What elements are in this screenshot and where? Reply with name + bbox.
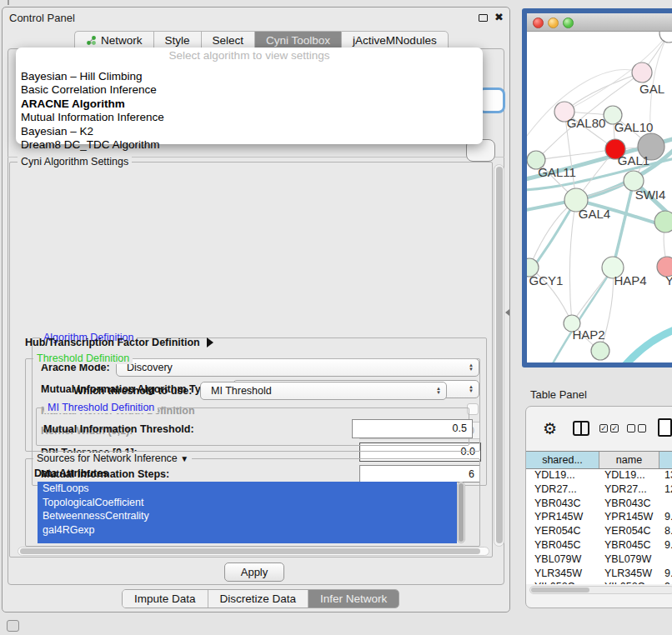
settings-horizontal-thumb[interactable] [20,548,480,554]
table-cell [659,498,672,512]
network-edge[interactable] [569,200,576,323]
which-threshold-combobox[interactable]: MI Threshold ▲▼ [200,382,447,400]
page-icon[interactable] [658,418,672,437]
column-header-partial[interactable] [659,452,672,468]
expander-expanded-icon: ▼ [180,454,188,463]
mi-threshold-group-title: MI Threshold Definition [44,402,158,413]
zoom-traffic-light-icon[interactable] [563,18,574,28]
table-cell [659,553,672,568]
table-cell: YER054C [526,525,599,539]
attributes-scrollbar[interactable] [457,482,465,543]
algorithm-dropdown-prompt: Select algorithm to view settings [16,48,483,62]
network-node-label: GAL [639,82,664,96]
table-cell: 9. [659,539,672,553]
network-node-label: HAP4 [614,273,646,288]
tab-network-label: Network [101,34,143,47]
mi-threshold-field[interactable]: 0.5 [352,419,473,438]
table-cell: YBR043C [599,498,659,512]
table-row[interactable]: YIL052CYIL052C9. [526,581,672,584]
table-row[interactable]: YBL079WYBL079W [526,553,672,568]
algorithm-option[interactable]: Bayesian – K2 [16,125,483,138]
table-cell: 9. [659,568,672,582]
hub-definition-expander[interactable]: Hub/Transcription Factor Definition [25,337,213,348]
network-node-label: GAL11 [538,165,576,179]
table-row[interactable]: YDL19...YDL19...13 [526,469,672,483]
network-node-label: HAP2 [572,328,604,342]
unchecked-pair-icon[interactable] [627,424,646,432]
column-header-shared-name[interactable]: shared... [526,452,599,468]
data-attributes-list[interactable]: SelfLoopsTopologicalCoefficientBetweenne… [38,482,457,543]
table-cell: 13 [659,469,672,483]
table-row[interactable]: YBR043CYBR043C [526,498,672,512]
tab-impute-data[interactable]: Impute Data [123,590,208,608]
dock-panel-icon[interactable] [7,620,19,632]
network-node[interactable] [659,32,672,42]
close-icon[interactable]: ✖ [494,11,504,23]
table-cell: YBL079W [599,553,659,568]
tab-select-label: Select [213,34,244,47]
mi-threshold-label: Mutual Information Threshold: [43,423,194,435]
table-row[interactable]: YLR345WYLR345W9. [526,568,672,582]
network-edge[interactable] [625,328,672,362]
network-window-titlebar[interactable] [527,13,672,32]
data-attribute-item[interactable]: gal4RGexp [38,523,457,538]
table-cell: YBR043C [526,498,599,512]
tab-jactivemnodules-label: jActiveMNodules [353,34,437,47]
sources-group-title[interactable]: Sources for Network Inference ▼ [33,452,192,464]
network-node-gal[interactable] [632,62,652,82]
attributes-scrollbar-thumb[interactable] [459,483,464,542]
settings-vertical-scrollbar[interactable] [494,164,504,547]
network-node-label: GAL1 [618,153,649,168]
network-node-label: GAL10 [614,120,654,134]
table-cell: YDR27... [526,483,599,498]
tab-infer-network[interactable]: Infer Network [308,590,399,608]
apply-button[interactable]: Apply [224,562,284,582]
network-edge[interactable] [613,182,634,268]
checkbox-unchecked-icon [627,424,635,432]
algorithm-list: Bayesian – Hill ClimbingBasic Correlatio… [16,70,483,152]
table-row[interactable]: YPR145WYPR145W9. [526,511,672,525]
hub-definition-label: Hub/Transcription Factor Definition [25,337,200,348]
sources-group: Sources for Network Inference ▼ Data Att… [25,458,480,547]
desktop: Control Panel ✖ Network Style Select [0,0,672,635]
settings-vertical-thumb[interactable] [496,167,503,543]
close-traffic-light-icon[interactable] [533,18,544,28]
network-node[interactable] [591,342,609,360]
control-panel-titlebar: Control Panel ✖ [3,8,509,28]
network-node-label: GCY1 [529,273,564,288]
tab-discretize-data[interactable]: Discretize Data [208,590,309,608]
algorithm-option[interactable]: Bayesian – Hill Climbing [16,70,483,83]
table-cell: YIL052C [599,581,659,584]
expander-collapsed-icon [207,338,213,348]
table-horizontal-scrollbar[interactable] [529,586,672,594]
table-horizontal-thumb[interactable] [531,588,589,592]
data-attribute-item[interactable]: TopologicalCoefficient [38,496,457,510]
table-cell: YPR145W [526,511,599,525]
algorithm-option[interactable]: Mutual Information Inference [16,111,483,124]
which-threshold-label: Which threshold to use: [73,385,192,397]
table-row[interactable]: YBR045CYBR045C9. [526,539,672,553]
table-row[interactable]: YER054CYER054C8. [526,525,672,539]
table-cell: YDL19... [526,469,599,483]
data-attribute-item[interactable]: BetweennessCentrality [38,509,457,523]
checked-pair-icon[interactable]: ✓ ✓ [599,424,619,432]
algorithm-option[interactable]: Dream8 DC_TDC Algorithm [16,138,483,152]
data-attribute-item[interactable]: SelfLoops [38,482,457,496]
table-row[interactable]: YDR27...YDR27...12 [526,483,672,498]
split-columns-icon[interactable] [573,421,589,436]
algorithm-option[interactable]: ARACNE Algorithm [16,98,483,111]
tab-style-label: Style [165,34,190,47]
float-window-icon[interactable] [479,14,488,22]
network-node[interactable] [654,211,672,232]
column-header-name[interactable]: name [599,452,659,468]
minimize-traffic-light-icon[interactable] [548,18,559,28]
algorithm-option[interactable]: Basic Correlation Inference [16,83,483,97]
network-node-label: Y [665,273,672,288]
settings-horizontal-scrollbar[interactable] [18,547,489,556]
panel-resize-handle[interactable] [505,309,509,316]
checkbox-unchecked-icon [638,424,646,432]
table-cell: YLR345W [599,568,659,582]
gear-icon[interactable]: ⚙ [543,419,557,438]
checkbox-checked-icon: ✓ [610,424,619,432]
network-canvas[interactable]: GALGAL80GAL10GAL1GAL11SWI4GAL4GCY1HAP4YH… [527,32,672,362]
